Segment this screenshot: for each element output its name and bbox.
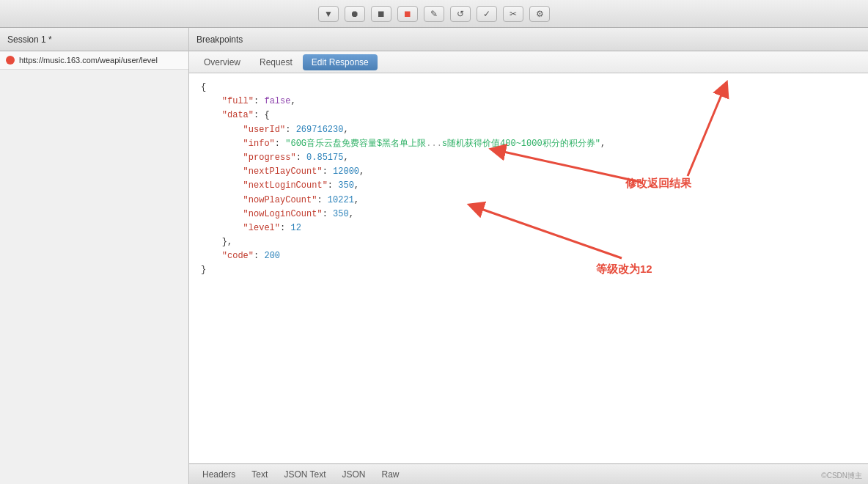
tab-raw[interactable]: Raw	[375, 467, 407, 482]
url-text: https://music.163.com/weapi/user/level	[19, 56, 158, 65]
right-panel: Breakpoints Overview Request Edit Respon…	[189, 28, 868, 484]
json-line-userid: "userId": 269716230,	[201, 123, 856, 137]
json-line-open: {	[201, 81, 856, 95]
json-line-nextplaycount: "nextPlayCount": 12000,	[201, 165, 856, 179]
json-line-progress: "progress": 0.85175,	[201, 151, 856, 165]
session-label: Session 1 *	[7, 34, 52, 45]
main-container: Session 1 * https://music.163.com/weapi/…	[0, 28, 868, 484]
tab-headers[interactable]: Headers	[195, 467, 243, 482]
toolbar-btn-down[interactable]: ▼	[318, 6, 339, 22]
json-line-nowlogincount: "nowLoginCount": 350,	[201, 208, 856, 221]
json-line-nextlogincount: "nextLoginCount": 350,	[201, 179, 856, 193]
toolbar-btn-check[interactable]: ✓	[477, 6, 497, 22]
json-line-full: "full": false,	[201, 95, 856, 109]
toolbar-btn-settings[interactable]: ⚙	[529, 6, 550, 22]
left-panel: Session 1 * https://music.163.com/weapi/…	[0, 28, 189, 484]
toolbar-btn-refresh[interactable]: ↺	[450, 6, 471, 22]
json-line-level: "level": 12	[201, 221, 856, 235]
url-bar[interactable]: https://music.163.com/weapi/user/level	[0, 51, 188, 70]
breakpoints-header: Breakpoints	[189, 28, 868, 51]
tab-overview[interactable]: Overview	[195, 54, 249, 70]
tab-json-text[interactable]: JSON Text	[276, 467, 333, 482]
json-content-area[interactable]: { "full": false, "data": { "userId": 269…	[189, 73, 868, 463]
tab-request[interactable]: Request	[251, 54, 301, 70]
annotation-text-modify: 修改返回结果	[625, 175, 691, 192]
annotation-text-level: 等级改为12	[596, 260, 652, 278]
tab-edit-response[interactable]: Edit Response	[303, 54, 378, 70]
tab-bar: Overview Request Edit Response	[189, 51, 868, 73]
watermark: ©CSDN博主	[821, 471, 862, 481]
toolbar-btn-stop[interactable]: ⏹	[371, 6, 391, 22]
tab-text[interactable]: Text	[244, 467, 275, 482]
toolbar: ▼ ⏺ ⏹ ⏹ ✎ ↺ ✓ ✂ ⚙	[0, 0, 868, 28]
toolbar-btn-red[interactable]: ⏹	[397, 6, 418, 22]
toolbar-btn-record[interactable]: ⏺	[345, 6, 365, 22]
left-content	[0, 70, 188, 484]
toolbar-btn-scissors[interactable]: ✂	[503, 6, 523, 22]
tab-json[interactable]: JSON	[335, 467, 373, 482]
json-line-data: "data": {	[201, 109, 856, 122]
json-line-info: "info": "60G音乐云盘免费容量$黑名单上限...s随机获得价值400~…	[201, 137, 856, 151]
url-error-icon	[6, 56, 15, 65]
breakpoints-label: Breakpoints	[196, 34, 243, 45]
json-line-close: }	[201, 263, 856, 277]
session-header: Session 1 *	[0, 28, 188, 51]
bottom-tab-bar: Headers Text JSON Text JSON Raw ©CSDN博主	[189, 463, 868, 484]
toolbar-btn-edit[interactable]: ✎	[424, 6, 444, 22]
json-line-data-close: },	[201, 235, 856, 249]
json-line-nowplaycount: "nowPlayCount": 10221,	[201, 194, 856, 208]
json-line-code: "code": 200	[201, 249, 856, 263]
